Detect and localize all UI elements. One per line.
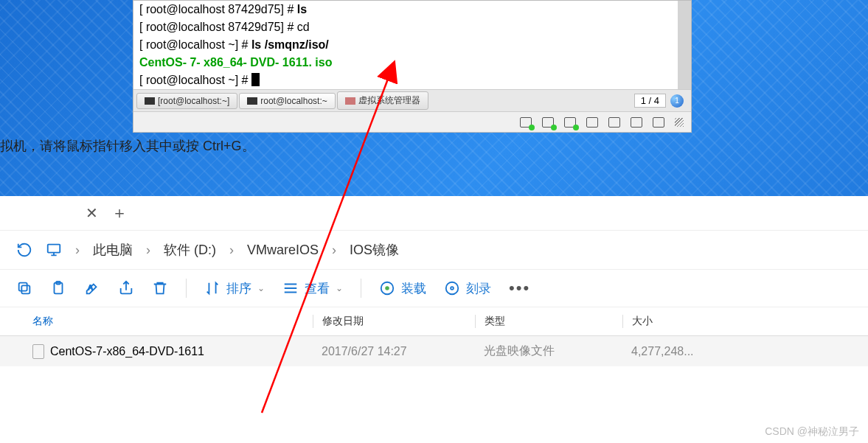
svg-rect-0 [48, 245, 60, 253]
sort-button[interactable]: 排序 ⌄ [204, 280, 265, 297]
svg-point-8 [446, 282, 459, 295]
harddisk-icon[interactable] [520, 117, 532, 128]
network-icon[interactable] [586, 117, 598, 128]
copy-button[interactable] [16, 280, 32, 296]
more-button[interactable]: ••• [509, 279, 530, 298]
chevron-right-icon: › [75, 243, 80, 258]
file-type: 光盘映像文件 [475, 343, 622, 359]
file-row[interactable]: CentOS-7-x86_64-DVD-1611 2017/6/27 14:27… [0, 336, 868, 366]
terminal-line: [ root@localhost 87429d75] # cd [139, 18, 672, 36]
explorer-tabbar: ✕ ＋ [0, 196, 868, 231]
breadcrumb-bar: › 此电脑 › 软件 (D:) › VMwareIOS › IOS镜像 [0, 231, 868, 269]
iso-file-icon [32, 344, 44, 359]
rename-button[interactable]: A [84, 280, 100, 296]
terminal-cursor [251, 73, 260, 86]
sound-icon[interactable] [608, 117, 620, 128]
page-number[interactable]: 1 / 4 [634, 94, 666, 108]
vm-statusbar [133, 111, 691, 132]
divider [361, 279, 361, 298]
svg-point-9 [451, 287, 454, 290]
vm-terminal-window: [ root@localhost 87429d75] # ls [ root@l… [133, 0, 692, 133]
column-name[interactable]: 名称 [32, 315, 313, 328]
terminal-line: [ root@localhost 87429d75] # ls [139, 1, 672, 18]
delete-button[interactable] [152, 280, 168, 296]
vm-input-hint: 拟机，请将鼠标指针移入其中或按 Ctrl+G。 [0, 137, 255, 155]
floppy-icon[interactable] [564, 117, 576, 128]
vm-terminal-tabs: [root@localhost:~] root@localhost:~ 虚拟系统… [133, 89, 691, 111]
svg-rect-1 [21, 285, 29, 293]
paste-button[interactable] [50, 280, 66, 296]
burn-button[interactable]: 刻录 [444, 280, 491, 297]
workspace-indicator-icon[interactable]: 1 [670, 94, 684, 108]
share-button[interactable] [118, 280, 134, 296]
terminal-line: [ root@localhost ~] # ls /smqnz/iso/ [139, 36, 672, 54]
breadcrumb-item[interactable]: 此电脑 [93, 241, 133, 259]
terminal-icon [247, 97, 257, 105]
column-size[interactable]: 大小 [622, 315, 755, 328]
breadcrumb-item[interactable]: VMwareIOS [247, 243, 319, 258]
terminal-output-line: CentOS- 7- x86_64- DVD- 1611. iso [139, 54, 672, 71]
vm-tab[interactable]: [root@localhost:~] [136, 93, 237, 109]
chevron-right-icon: › [146, 243, 150, 258]
divider [186, 279, 187, 298]
column-type[interactable]: 类型 [475, 315, 622, 328]
svg-text:A: A [88, 284, 94, 291]
refresh-button[interactable] [16, 242, 32, 258]
terminal-line: [ root@localhost ~] # [139, 71, 672, 89]
file-explorer: ✕ ＋ › 此电脑 › 软件 (D:) › VMwareIOS › IOS镜像 … [0, 196, 868, 443]
cdrom-icon[interactable] [542, 117, 554, 128]
svg-rect-2 [19, 283, 27, 291]
chevron-right-icon: › [332, 243, 336, 258]
this-pc-icon[interactable] [46, 242, 62, 258]
svg-point-7 [385, 286, 389, 290]
column-date[interactable]: 修改日期 [313, 315, 475, 328]
mount-button[interactable]: 装载 [379, 280, 426, 297]
resize-grip-icon[interactable] [675, 118, 684, 127]
breadcrumb-item[interactable]: 软件 (D:) [164, 241, 216, 259]
watermark: CSDN @神秘泣男子 [765, 425, 859, 439]
new-tab-button[interactable]: ＋ [111, 202, 128, 224]
vm-tab[interactable]: 虚拟系统管理器 [337, 91, 428, 110]
file-name: CentOS-7-x86_64-DVD-1611 [50, 345, 204, 358]
tab-close-button[interactable]: ✕ [86, 204, 98, 222]
terminal-output[interactable]: [ root@localhost 87429d75] # ls [ root@l… [133, 1, 691, 89]
column-headers: 名称 修改日期 类型 大小 [0, 307, 868, 336]
file-date: 2017/6/27 14:27 [313, 345, 475, 358]
vm-page-indicator: 1 / 4 1 [630, 94, 688, 108]
printer-icon[interactable] [631, 117, 642, 128]
file-size: 4,277,248... [622, 345, 755, 358]
vmm-icon [345, 97, 355, 105]
terminal-icon [145, 97, 155, 105]
breadcrumb-item[interactable]: IOS镜像 [350, 241, 399, 259]
display-icon[interactable] [653, 117, 664, 128]
chevron-right-icon: › [229, 243, 234, 258]
view-button[interactable]: 查看 ⌄ [282, 280, 343, 297]
vm-tab[interactable]: root@localhost:~ [239, 93, 336, 109]
explorer-toolbar: A 排序 ⌄ 查看 ⌄ 装载 刻录 ••• [0, 269, 868, 307]
